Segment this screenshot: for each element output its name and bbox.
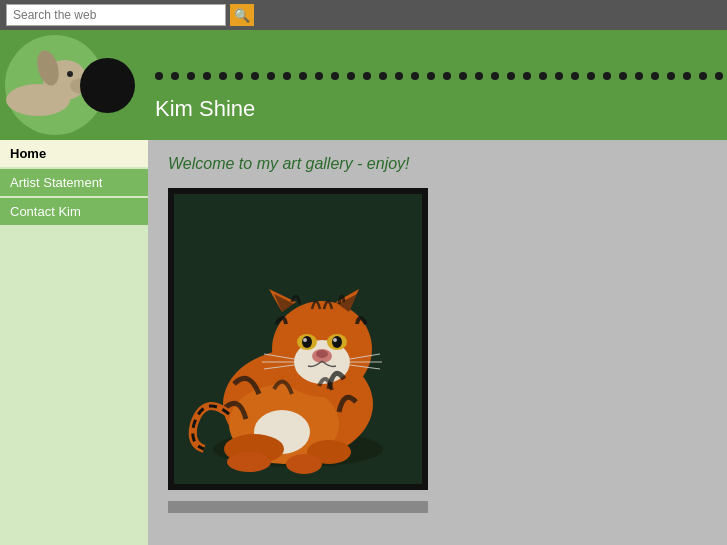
svg-point-22 [332, 336, 342, 348]
header-dot [507, 72, 515, 80]
svg-point-13 [227, 452, 271, 472]
search-button[interactable]: 🔍 [230, 4, 254, 26]
header-dot [331, 72, 339, 80]
svg-point-23 [303, 338, 307, 342]
header-dot [219, 72, 227, 80]
search-input[interactable] [6, 4, 226, 26]
header-dot [555, 72, 563, 80]
svg-point-14 [286, 454, 322, 474]
header-dot [299, 72, 307, 80]
tiger-painting [174, 194, 422, 484]
header-dot [315, 72, 323, 80]
header-dot [347, 72, 355, 80]
header-dot [571, 72, 579, 80]
nav-item-home[interactable]: Home [0, 140, 148, 167]
header-dot [475, 72, 483, 80]
header-avatar [80, 58, 135, 113]
header-dot [587, 72, 595, 80]
header-dot [443, 72, 451, 80]
header-dot [523, 72, 531, 80]
main-content: Welcome to my art gallery - enjoy! [148, 140, 727, 545]
header-dot [187, 72, 195, 80]
nav-item-artist-statement[interactable]: Artist Statement [0, 169, 148, 196]
header-dot [203, 72, 211, 80]
nav-item-contact-kim[interactable]: Contact Kim [0, 198, 148, 225]
header-dot [635, 72, 643, 80]
main-layout: Home Artist Statement Contact Kim Welcom… [0, 140, 727, 545]
search-icon: 🔍 [234, 8, 250, 23]
header-dot [283, 72, 291, 80]
header-dot [715, 72, 723, 80]
header-dot [539, 72, 547, 80]
header-dot [651, 72, 659, 80]
header-dot [491, 72, 499, 80]
svg-point-18 [316, 350, 328, 358]
header-dot [395, 72, 403, 80]
site-title: Kim Shine [155, 96, 255, 122]
header-dot [251, 72, 259, 80]
header-dot [379, 72, 387, 80]
header-dot [699, 72, 707, 80]
header-dot [267, 72, 275, 80]
header-dot [427, 72, 435, 80]
header-dot [363, 72, 371, 80]
search-bar: 🔍 [0, 0, 727, 30]
welcome-heading: Welcome to my art gallery - enjoy! [168, 155, 707, 173]
svg-point-5 [67, 71, 73, 77]
sidebar: Home Artist Statement Contact Kim [0, 140, 148, 545]
svg-point-24 [333, 338, 337, 342]
header-dot [411, 72, 419, 80]
svg-point-21 [302, 336, 312, 348]
bottom-bar [168, 501, 428, 513]
gallery-image-wrapper [168, 188, 428, 490]
header-dot [155, 72, 163, 80]
header-dot [667, 72, 675, 80]
header-dot [235, 72, 243, 80]
header-dot [619, 72, 627, 80]
dog-illustration [0, 48, 90, 118]
header-dots [155, 72, 727, 80]
header-dot [171, 72, 179, 80]
header-dot [683, 72, 691, 80]
header-banner: Kim Shine [0, 30, 727, 140]
header-dot [459, 72, 467, 80]
header-dot [603, 72, 611, 80]
